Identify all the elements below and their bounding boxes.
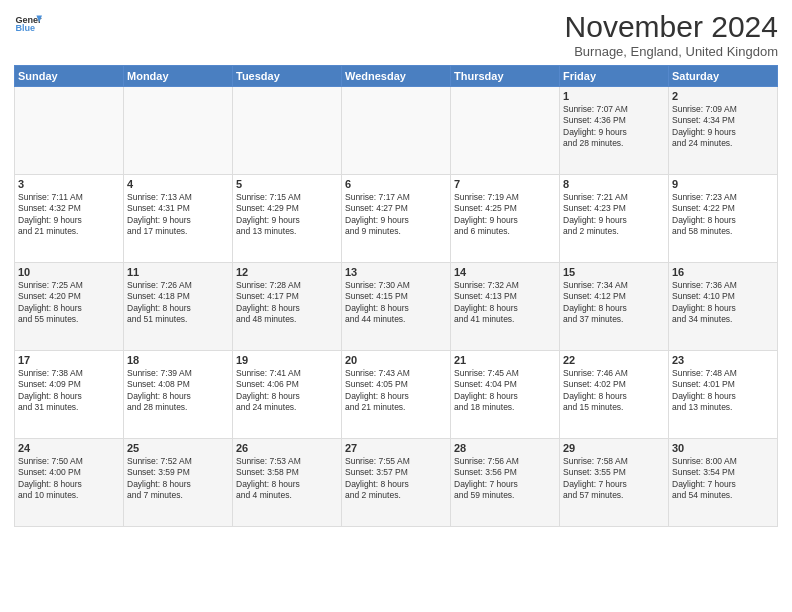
- day-info: Sunrise: 7:46 AM Sunset: 4:02 PM Dayligh…: [563, 368, 665, 414]
- table-row: 22Sunrise: 7:46 AM Sunset: 4:02 PM Dayli…: [560, 351, 669, 439]
- day-info: Sunrise: 7:19 AM Sunset: 4:25 PM Dayligh…: [454, 192, 556, 238]
- month-title: November 2024: [565, 10, 778, 44]
- week-row-3: 10Sunrise: 7:25 AM Sunset: 4:20 PM Dayli…: [15, 263, 778, 351]
- day-info: Sunrise: 7:32 AM Sunset: 4:13 PM Dayligh…: [454, 280, 556, 326]
- day-info: Sunrise: 7:26 AM Sunset: 4:18 PM Dayligh…: [127, 280, 229, 326]
- table-row: 25Sunrise: 7:52 AM Sunset: 3:59 PM Dayli…: [124, 439, 233, 527]
- day-number: 4: [127, 178, 229, 190]
- day-number: 13: [345, 266, 447, 278]
- day-number: 18: [127, 354, 229, 366]
- day-info: Sunrise: 7:15 AM Sunset: 4:29 PM Dayligh…: [236, 192, 338, 238]
- day-info: Sunrise: 7:45 AM Sunset: 4:04 PM Dayligh…: [454, 368, 556, 414]
- day-number: 9: [672, 178, 774, 190]
- table-row: 6Sunrise: 7:17 AM Sunset: 4:27 PM Daylig…: [342, 175, 451, 263]
- day-number: 21: [454, 354, 556, 366]
- day-number: 11: [127, 266, 229, 278]
- day-info: Sunrise: 7:13 AM Sunset: 4:31 PM Dayligh…: [127, 192, 229, 238]
- day-number: 8: [563, 178, 665, 190]
- svg-text:Blue: Blue: [15, 23, 35, 33]
- table-row: 19Sunrise: 7:41 AM Sunset: 4:06 PM Dayli…: [233, 351, 342, 439]
- table-row: [451, 87, 560, 175]
- day-number: 20: [345, 354, 447, 366]
- day-number: 26: [236, 442, 338, 454]
- day-number: 24: [18, 442, 120, 454]
- table-row: 8Sunrise: 7:21 AM Sunset: 4:23 PM Daylig…: [560, 175, 669, 263]
- table-row: [233, 87, 342, 175]
- table-row: 17Sunrise: 7:38 AM Sunset: 4:09 PM Dayli…: [15, 351, 124, 439]
- table-row: 11Sunrise: 7:26 AM Sunset: 4:18 PM Dayli…: [124, 263, 233, 351]
- table-row: 16Sunrise: 7:36 AM Sunset: 4:10 PM Dayli…: [669, 263, 778, 351]
- day-info: Sunrise: 7:56 AM Sunset: 3:56 PM Dayligh…: [454, 456, 556, 502]
- day-info: Sunrise: 8:00 AM Sunset: 3:54 PM Dayligh…: [672, 456, 774, 502]
- week-row-5: 24Sunrise: 7:50 AM Sunset: 4:00 PM Dayli…: [15, 439, 778, 527]
- table-row: 4Sunrise: 7:13 AM Sunset: 4:31 PM Daylig…: [124, 175, 233, 263]
- week-row-4: 17Sunrise: 7:38 AM Sunset: 4:09 PM Dayli…: [15, 351, 778, 439]
- day-info: Sunrise: 7:23 AM Sunset: 4:22 PM Dayligh…: [672, 192, 774, 238]
- table-row: 23Sunrise: 7:48 AM Sunset: 4:01 PM Dayli…: [669, 351, 778, 439]
- day-number: 17: [18, 354, 120, 366]
- day-info: Sunrise: 7:07 AM Sunset: 4:36 PM Dayligh…: [563, 104, 665, 150]
- day-info: Sunrise: 7:55 AM Sunset: 3:57 PM Dayligh…: [345, 456, 447, 502]
- header-thursday: Thursday: [451, 66, 560, 87]
- table-row: 9Sunrise: 7:23 AM Sunset: 4:22 PM Daylig…: [669, 175, 778, 263]
- day-number: 16: [672, 266, 774, 278]
- day-info: Sunrise: 7:38 AM Sunset: 4:09 PM Dayligh…: [18, 368, 120, 414]
- table-row: 3Sunrise: 7:11 AM Sunset: 4:32 PM Daylig…: [15, 175, 124, 263]
- day-number: 27: [345, 442, 447, 454]
- day-number: 30: [672, 442, 774, 454]
- table-row: 21Sunrise: 7:45 AM Sunset: 4:04 PM Dayli…: [451, 351, 560, 439]
- day-info: Sunrise: 7:43 AM Sunset: 4:05 PM Dayligh…: [345, 368, 447, 414]
- day-number: 6: [345, 178, 447, 190]
- table-row: 27Sunrise: 7:55 AM Sunset: 3:57 PM Dayli…: [342, 439, 451, 527]
- week-row-2: 3Sunrise: 7:11 AM Sunset: 4:32 PM Daylig…: [15, 175, 778, 263]
- day-number: 7: [454, 178, 556, 190]
- table-row: 26Sunrise: 7:53 AM Sunset: 3:58 PM Dayli…: [233, 439, 342, 527]
- day-number: 23: [672, 354, 774, 366]
- table-row: 13Sunrise: 7:30 AM Sunset: 4:15 PM Dayli…: [342, 263, 451, 351]
- day-info: Sunrise: 7:34 AM Sunset: 4:12 PM Dayligh…: [563, 280, 665, 326]
- day-info: Sunrise: 7:17 AM Sunset: 4:27 PM Dayligh…: [345, 192, 447, 238]
- day-number: 2: [672, 90, 774, 102]
- table-row: [342, 87, 451, 175]
- day-number: 14: [454, 266, 556, 278]
- table-row: 29Sunrise: 7:58 AM Sunset: 3:55 PM Dayli…: [560, 439, 669, 527]
- logo-icon: General Blue: [14, 10, 42, 38]
- table-row: 1Sunrise: 7:07 AM Sunset: 4:36 PM Daylig…: [560, 87, 669, 175]
- header-monday: Monday: [124, 66, 233, 87]
- logo: General Blue: [14, 10, 42, 38]
- day-number: 15: [563, 266, 665, 278]
- day-number: 28: [454, 442, 556, 454]
- table-row: 30Sunrise: 8:00 AM Sunset: 3:54 PM Dayli…: [669, 439, 778, 527]
- table-row: [124, 87, 233, 175]
- day-info: Sunrise: 7:53 AM Sunset: 3:58 PM Dayligh…: [236, 456, 338, 502]
- table-row: 15Sunrise: 7:34 AM Sunset: 4:12 PM Dayli…: [560, 263, 669, 351]
- day-info: Sunrise: 7:11 AM Sunset: 4:32 PM Dayligh…: [18, 192, 120, 238]
- table-row: 5Sunrise: 7:15 AM Sunset: 4:29 PM Daylig…: [233, 175, 342, 263]
- header-friday: Friday: [560, 66, 669, 87]
- day-info: Sunrise: 7:41 AM Sunset: 4:06 PM Dayligh…: [236, 368, 338, 414]
- day-info: Sunrise: 7:52 AM Sunset: 3:59 PM Dayligh…: [127, 456, 229, 502]
- day-number: 22: [563, 354, 665, 366]
- table-row: 2Sunrise: 7:09 AM Sunset: 4:34 PM Daylig…: [669, 87, 778, 175]
- day-number: 19: [236, 354, 338, 366]
- day-info: Sunrise: 7:30 AM Sunset: 4:15 PM Dayligh…: [345, 280, 447, 326]
- day-info: Sunrise: 7:36 AM Sunset: 4:10 PM Dayligh…: [672, 280, 774, 326]
- day-number: 29: [563, 442, 665, 454]
- day-number: 1: [563, 90, 665, 102]
- table-row: 20Sunrise: 7:43 AM Sunset: 4:05 PM Dayli…: [342, 351, 451, 439]
- day-info: Sunrise: 7:28 AM Sunset: 4:17 PM Dayligh…: [236, 280, 338, 326]
- day-number: 10: [18, 266, 120, 278]
- title-section: November 2024 Burnage, England, United K…: [565, 10, 778, 59]
- day-info: Sunrise: 7:21 AM Sunset: 4:23 PM Dayligh…: [563, 192, 665, 238]
- location: Burnage, England, United Kingdom: [565, 44, 778, 59]
- page-header: General Blue November 2024 Burnage, Engl…: [14, 10, 778, 59]
- table-row: 24Sunrise: 7:50 AM Sunset: 4:00 PM Dayli…: [15, 439, 124, 527]
- table-row: 18Sunrise: 7:39 AM Sunset: 4:08 PM Dayli…: [124, 351, 233, 439]
- table-row: 14Sunrise: 7:32 AM Sunset: 4:13 PM Dayli…: [451, 263, 560, 351]
- day-info: Sunrise: 7:25 AM Sunset: 4:20 PM Dayligh…: [18, 280, 120, 326]
- day-number: 5: [236, 178, 338, 190]
- day-info: Sunrise: 7:50 AM Sunset: 4:00 PM Dayligh…: [18, 456, 120, 502]
- table-row: 12Sunrise: 7:28 AM Sunset: 4:17 PM Dayli…: [233, 263, 342, 351]
- day-info: Sunrise: 7:09 AM Sunset: 4:34 PM Dayligh…: [672, 104, 774, 150]
- day-info: Sunrise: 7:39 AM Sunset: 4:08 PM Dayligh…: [127, 368, 229, 414]
